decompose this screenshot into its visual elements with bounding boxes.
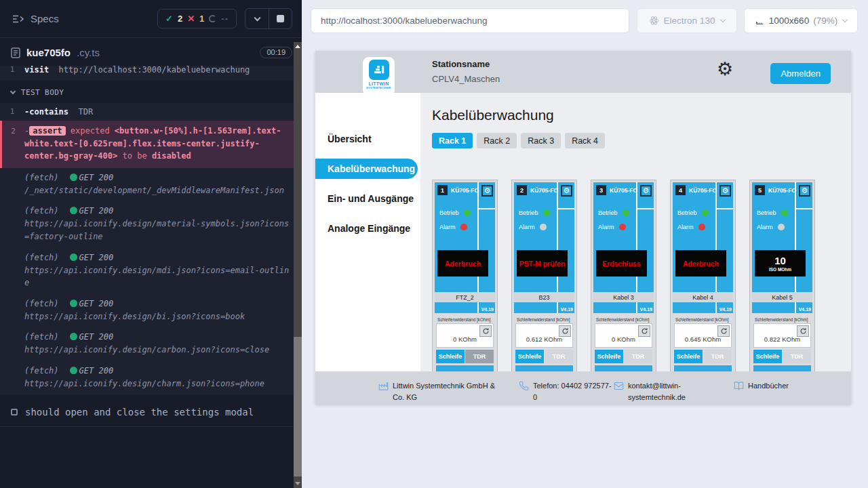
- resistance-value-box: 0.822 KOhm: [753, 323, 811, 348]
- card-bottom-strip: [753, 365, 811, 371]
- betrieb-label: Betrieb: [757, 209, 776, 216]
- fetch-log-entry[interactable]: (fetch)GET 200 https://api.iconify.desig…: [0, 294, 302, 328]
- nav-item-analoge-eingaenge[interactable]: Analoge Eingänge: [315, 218, 420, 239]
- assert-expected: expected: [71, 126, 110, 136]
- divider: [479, 208, 495, 209]
- running-spinner-icon: [209, 15, 216, 22]
- chevron-down-icon: [842, 17, 848, 22]
- tab-rack-3[interactable]: Rack 3: [521, 133, 561, 148]
- chevron-down-icon: [720, 17, 726, 22]
- fetch-log-entry[interactable]: (fetch)GET 200 https://api.iconify.desig…: [0, 361, 302, 395]
- rack-tabs: Rack 1 Rack 2 Rack 3 Rack 4: [432, 133, 851, 148]
- betrieb-label: Betrieb: [519, 209, 538, 216]
- test-stats[interactable]: ✓ 2 ✕ 1 --: [157, 9, 237, 28]
- nav-item-kabelueberwachung[interactable]: Kabelüberwachung: [315, 159, 418, 179]
- aut-toolbar: http://localhost:3000/kabelueberwachung …: [311, 8, 858, 33]
- tdr-button[interactable]: TDR: [545, 350, 573, 363]
- scrollbar-thumb[interactable]: [294, 337, 302, 476]
- status-text: Aderbruch: [445, 260, 481, 268]
- refresh-icon: [482, 327, 490, 335]
- schleife-button[interactable]: Schleife: [753, 350, 782, 363]
- assert-tail: to be: [123, 151, 147, 161]
- schleife-button[interactable]: Schleife: [595, 350, 623, 363]
- ku705-card-5: ⚙ 5KÜ705-FO Betrieb Alarm 10 ISO MOhm: [749, 180, 815, 371]
- address-bar[interactable]: http://localhost:3000/kabelueberwachung: [311, 8, 629, 33]
- browser-selector[interactable]: Electron 130: [637, 8, 737, 33]
- fetch-log-entry[interactable]: (fetch)GET 200 https://api.iconify.desig…: [0, 327, 302, 361]
- fetch-status: GET 200: [79, 332, 114, 342]
- fetch-log-entry[interactable]: (fetch)GET 200 /_next/static/development…: [0, 168, 302, 202]
- section-label: TEST BODY: [21, 88, 64, 97]
- firmware-version: V4.19: [799, 307, 811, 312]
- command-arg: http://localhost:3000/kabelueberwachung: [59, 66, 250, 75]
- tdr-button[interactable]: TDR: [783, 350, 811, 363]
- divider: [557, 302, 558, 313]
- resistance-value-box: 0 KOhm: [436, 323, 494, 348]
- card-bottom-strip: [515, 365, 573, 371]
- nav-item-uebersicht[interactable]: Übersicht: [315, 129, 420, 149]
- pending-test-icon: [11, 409, 18, 415]
- resistance-label: Schleifenwiderstand [kOhm]: [674, 317, 732, 322]
- card-settings-icon[interactable]: ⚙: [561, 185, 572, 197]
- contains-command-row[interactable]: 1 -contains TDR: [0, 103, 302, 121]
- resistance-value-box: 0.612 KOhm: [515, 323, 573, 348]
- visit-command-row[interactable]: 1 visit http://localhost:3000/kabelueber…: [0, 66, 302, 79]
- status-text: PST-M prüfen: [519, 260, 566, 268]
- schleife-button[interactable]: Schleife: [674, 350, 703, 363]
- stop-run-button[interactable]: [269, 9, 292, 28]
- assert-badge: assert: [29, 126, 65, 136]
- status-display: PST-M prüfen: [517, 250, 568, 277]
- nav-item-ein-und-ausgaenge[interactable]: Ein- und Ausgänge: [315, 188, 420, 209]
- passed-check-icon: ✓: [165, 14, 173, 24]
- command-name: -contains: [24, 107, 68, 117]
- fetch-log-entry[interactable]: (fetch)GET 200 https://api.iconify.desig…: [0, 201, 302, 247]
- divider: [715, 302, 717, 313]
- specs-toggle[interactable]: Specs: [12, 13, 152, 24]
- divider: [477, 302, 479, 313]
- status-ok-dot: [70, 300, 77, 307]
- tab-rack-2[interactable]: Rack 2: [477, 133, 517, 148]
- fetch-tag: (fetch): [24, 253, 59, 262]
- spec-file-row[interactable]: kue705fo.cy.ts 00:19: [0, 38, 302, 66]
- card-settings-icon[interactable]: ⚙: [719, 185, 731, 197]
- status-display: Aderbruch: [675, 250, 726, 277]
- tdr-button[interactable]: TDR: [465, 350, 494, 363]
- scroll-down-arrow-icon[interactable]: [295, 482, 300, 485]
- collapse-dropdown-button[interactable]: [245, 9, 269, 28]
- panel-scrollbar[interactable]: [294, 42, 302, 488]
- alarm-led: [778, 224, 785, 230]
- card-settings-icon[interactable]: ⚙: [640, 185, 652, 197]
- test-body-section-header[interactable]: TEST BODY: [0, 81, 302, 103]
- failed-assert-row[interactable]: 2 -assert expected <button.w-[50%].h-[1.…: [0, 121, 302, 168]
- tdr-button[interactable]: TDR: [624, 350, 652, 363]
- aut-panel: http://localhost:3000/kabelueberwachung …: [302, 0, 868, 488]
- logout-button[interactable]: Abmelden: [770, 63, 831, 84]
- alarm-led: [540, 224, 547, 230]
- phone-icon: [519, 381, 529, 391]
- cable-name: Kabel 4: [673, 292, 733, 302]
- resistance-label: Schleifenwiderstand [kOhm]: [595, 317, 652, 322]
- settings-gear-icon[interactable]: ⚙: [717, 60, 733, 78]
- stop-icon: [277, 15, 284, 22]
- card-number-badge: 2: [517, 185, 527, 195]
- schleife-button[interactable]: Schleife: [515, 350, 544, 363]
- betrieb-label: Betrieb: [439, 209, 459, 216]
- viewport-zoom: (79%): [813, 16, 837, 26]
- alarm-label: Alarm: [757, 224, 773, 230]
- tdr-button[interactable]: TDR: [703, 350, 732, 363]
- fetch-log-entry[interactable]: (fetch)GET 200 https://api.iconify.desig…: [0, 248, 302, 294]
- resistance-value-box: 0 KOhm: [595, 323, 652, 348]
- card-settings-icon[interactable]: ⚙: [481, 185, 493, 197]
- schleife-button[interactable]: Schleife: [436, 350, 465, 363]
- tab-rack-1[interactable]: Rack 1: [432, 133, 473, 148]
- fetch-status: GET 200: [79, 366, 114, 375]
- tab-rack-4[interactable]: Rack 4: [565, 133, 605, 148]
- resistance-value: 0 KOhm: [437, 336, 493, 343]
- footer-manuals-link[interactable]: Handbücher: [734, 380, 789, 392]
- pending-test-row[interactable]: should open and close the settings modal: [0, 398, 302, 427]
- scroll-up-arrow-icon[interactable]: [295, 45, 300, 48]
- firmware-version: V4.19: [481, 307, 494, 312]
- card-settings-icon[interactable]: ⚙: [799, 185, 810, 197]
- footer-phone-text: Telefon: 04402 972577-0: [533, 380, 613, 403]
- viewport-size-selector[interactable]: 1000x660 (79%): [744, 8, 858, 33]
